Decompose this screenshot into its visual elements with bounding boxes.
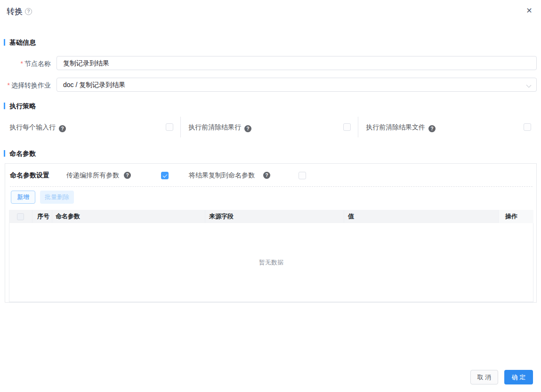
page-title: 转换: [7, 6, 23, 17]
select-all-checkbox[interactable]: [17, 213, 24, 220]
job-select-value: doc / 复制记录到结果: [63, 81, 125, 88]
table-header-row: 序号 命名参数 来源字段 值 操作: [9, 210, 533, 223]
params-table: 序号 命名参数 来源字段 值 操作 暂无数据: [9, 210, 533, 302]
copy-result-to-params-label: 将结果复制到命名参数: [189, 171, 255, 180]
section-strategy-title: 执行策略: [9, 102, 36, 111]
execute-every-input-row-label: 执行每个输入行?: [9, 123, 66, 132]
section-accent-bar: [4, 150, 5, 157]
batch-delete-button[interactable]: 批量删除: [40, 191, 74, 204]
help-icon[interactable]: ?: [244, 125, 251, 132]
node-name-label: *节点名称: [0, 60, 51, 68]
params-settings-label: 命名参数设置: [10, 171, 49, 180]
execute-every-input-row-checkbox[interactable]: [166, 123, 173, 131]
divider: [10, 186, 533, 187]
title-help-icon[interactable]: ?: [25, 8, 32, 15]
table-empty-body: 暂无数据: [9, 223, 533, 302]
help-icon[interactable]: ?: [428, 125, 436, 132]
required-mark: *: [21, 60, 23, 67]
help-icon[interactable]: ?: [59, 125, 66, 132]
named-params-panel: 命名参数设置 传递编排所有参数 ? 将结果复制到命名参数 ? 新增 批量删除 序…: [5, 163, 537, 303]
section-accent-bar: [4, 103, 5, 109]
job-select[interactable]: doc / 复制记录到结果: [57, 78, 537, 92]
clear-result-files-label: 执行前清除结果文件?: [366, 123, 436, 132]
copy-result-to-params-checkbox[interactable]: [299, 172, 306, 179]
close-icon[interactable]: ✕: [524, 6, 534, 16]
pass-all-params-checkbox[interactable]: [161, 172, 169, 179]
help-icon[interactable]: ?: [263, 172, 270, 179]
divider: [180, 117, 181, 137]
empty-state-text: 暂无数据: [259, 258, 283, 267]
column-header-param: 命名参数: [52, 210, 205, 223]
job-select-label: *选择转换作业: [0, 81, 51, 90]
section-accent-bar: [4, 39, 5, 46]
column-header-action: 操作: [499, 210, 533, 223]
clear-result-rows-label: 执行前清除结果行?: [188, 123, 251, 132]
required-mark: *: [8, 81, 10, 89]
section-params-title: 命名参数: [9, 150, 36, 158]
divider: [358, 117, 358, 137]
cancel-button[interactable]: 取 消: [470, 370, 498, 384]
clear-result-files-checkbox[interactable]: [524, 123, 531, 131]
pass-all-params-label: 传递编排所有参数: [66, 171, 119, 180]
chevron-down-icon: [526, 83, 532, 88]
node-name-input[interactable]: 复制记录到结果: [57, 56, 537, 70]
table-header-checkbox-cell: [9, 210, 32, 223]
column-header-source: 来源字段: [205, 210, 344, 223]
clear-result-rows-checkbox[interactable]: [343, 123, 351, 131]
column-header-value: 值: [344, 210, 499, 223]
help-icon[interactable]: ?: [124, 172, 131, 179]
node-name-value: 复制记录到结果: [63, 59, 109, 67]
add-button[interactable]: 新增: [11, 191, 35, 204]
section-basic-title: 基础信息: [9, 39, 36, 47]
confirm-button[interactable]: 确 定: [504, 370, 533, 384]
column-header-index: 序号: [32, 210, 52, 223]
